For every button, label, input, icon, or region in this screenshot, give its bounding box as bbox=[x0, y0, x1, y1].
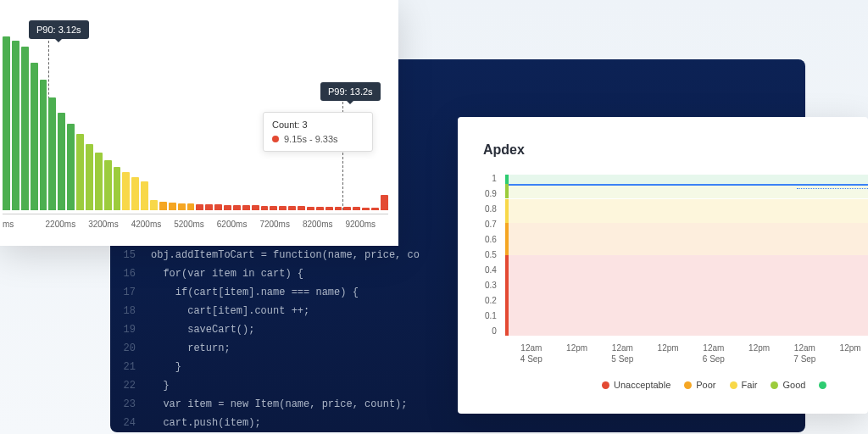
histogram-bar[interactable] bbox=[67, 124, 75, 211]
histogram-bar[interactable] bbox=[214, 204, 222, 210]
histogram-bar[interactable] bbox=[270, 206, 277, 210]
histogram-bar[interactable] bbox=[104, 160, 112, 210]
histogram-bar[interactable] bbox=[122, 172, 130, 210]
apdex-card: Apdex 10.90.80.70.60.50.40.30.20.10 12am… bbox=[458, 117, 868, 414]
histogram-bar[interactable] bbox=[298, 206, 305, 210]
tooltip-range: 9.15s - 9.33s bbox=[284, 134, 338, 144]
code-line[interactable]: 22 } bbox=[110, 376, 449, 395]
histogram-bar[interactable] bbox=[261, 206, 269, 210]
apdex-plot[interactable]: 10.90.80.70.60.50.40.30.20.10 bbox=[509, 175, 868, 336]
histogram-bar[interactable] bbox=[48, 97, 56, 210]
apdex-band bbox=[509, 184, 868, 198]
histogram-bar[interactable] bbox=[196, 204, 203, 210]
code-line[interactable]: 24 cart.push(item); bbox=[110, 414, 449, 432]
histogram-bar[interactable] bbox=[141, 181, 148, 210]
legend-dot-icon bbox=[771, 381, 778, 389]
legend-item: Unacceptable bbox=[602, 380, 670, 390]
histogram-bar[interactable] bbox=[371, 208, 379, 210]
histogram-bar[interactable] bbox=[307, 207, 314, 210]
legend-item: Good bbox=[771, 380, 805, 390]
histogram-bar[interactable] bbox=[86, 144, 93, 210]
apdex-line bbox=[509, 184, 868, 186]
histogram-bar[interactable] bbox=[21, 47, 29, 210]
apdex-y-ticks: 10.90.80.70.60.50.40.30.20.10 bbox=[485, 175, 497, 336]
legend-dot-icon bbox=[730, 381, 737, 389]
histogram-bar[interactable] bbox=[3, 36, 10, 210]
code-line[interactable]: 18 cart[item].count ++; bbox=[110, 302, 449, 320]
legend-dot-icon bbox=[684, 381, 692, 389]
code-line[interactable]: 17 if(cart[item].name === name) { bbox=[110, 283, 449, 302]
histogram-bar[interactable] bbox=[169, 203, 176, 210]
code-line[interactable]: 15obj.addItemToCart = function(name, pri… bbox=[110, 246, 449, 264]
apdex-x-ticks: 12am4 Sep12pm12am5 Sep12pm12am6 Sep12pm1… bbox=[509, 342, 868, 364]
apdex-band bbox=[509, 199, 868, 224]
code-line[interactable]: 20 return; bbox=[110, 339, 449, 358]
legend-item: Poor bbox=[684, 380, 715, 390]
histogram-bar[interactable] bbox=[76, 134, 84, 210]
apdex-band bbox=[509, 255, 868, 336]
histogram-bar[interactable] bbox=[233, 205, 241, 210]
histogram-bar[interactable] bbox=[58, 113, 65, 210]
histogram-bar[interactable] bbox=[316, 207, 324, 210]
histogram-bar[interactable] bbox=[335, 207, 342, 210]
code-line[interactable]: 19 saveCart(); bbox=[110, 320, 449, 339]
histogram-bar[interactable] bbox=[31, 63, 38, 210]
histogram-x-axis: ms2200ms3200ms4200ms5200ms6200ms7200ms82… bbox=[3, 214, 388, 229]
histogram-bar[interactable] bbox=[178, 203, 186, 210]
histogram-bar[interactable] bbox=[362, 208, 370, 210]
apdex-band bbox=[509, 223, 868, 255]
apdex-title: Apdex bbox=[483, 142, 868, 158]
histogram-bar[interactable] bbox=[159, 202, 167, 210]
histogram-bar[interactable] bbox=[131, 177, 139, 210]
code-line[interactable]: 21 } bbox=[110, 358, 449, 376]
apdex-band bbox=[509, 175, 868, 184]
histogram-bar[interactable] bbox=[242, 205, 250, 210]
code-line[interactable]: 23 var item = new Item(name, price, coun… bbox=[110, 395, 449, 414]
histogram-bar[interactable] bbox=[12, 41, 19, 210]
legend-dot-icon bbox=[819, 381, 826, 389]
histogram-bar[interactable] bbox=[381, 195, 388, 210]
histogram-bar[interactable] bbox=[150, 200, 158, 210]
latency-histogram-card: P90: 3.12s P99: 13.2s ms2200ms3200ms4200… bbox=[0, 0, 398, 246]
histogram-bar[interactable] bbox=[224, 205, 231, 210]
histogram-bar[interactable] bbox=[288, 206, 296, 210]
histogram-bar[interactable] bbox=[343, 207, 351, 210]
tooltip-count: Count: 3 bbox=[272, 120, 364, 130]
histogram-tooltip: Count: 3 9.15s - 9.33s bbox=[263, 112, 373, 152]
histogram-bar[interactable] bbox=[187, 203, 195, 210]
histogram-bar[interactable] bbox=[205, 204, 213, 210]
apdex-legend: UnacceptablePoorFairGood bbox=[602, 380, 868, 390]
histogram-bar[interactable] bbox=[326, 207, 333, 210]
histogram-bar[interactable] bbox=[40, 80, 47, 210]
tooltip-dot-icon bbox=[272, 136, 279, 142]
histogram-bar[interactable] bbox=[95, 153, 103, 210]
legend-item: Fair bbox=[730, 380, 758, 390]
histogram-bar[interactable] bbox=[114, 167, 121, 210]
histogram-bar[interactable] bbox=[252, 205, 259, 210]
histogram-bar[interactable] bbox=[353, 207, 360, 210]
code-editor[interactable]: 15obj.addItemToCart = function(name, pri… bbox=[110, 246, 449, 432]
legend-item bbox=[819, 381, 831, 389]
histogram-bar[interactable] bbox=[279, 206, 287, 210]
code-line[interactable]: 16 for(var item in cart) { bbox=[110, 264, 449, 283]
legend-dot-icon bbox=[602, 381, 609, 389]
